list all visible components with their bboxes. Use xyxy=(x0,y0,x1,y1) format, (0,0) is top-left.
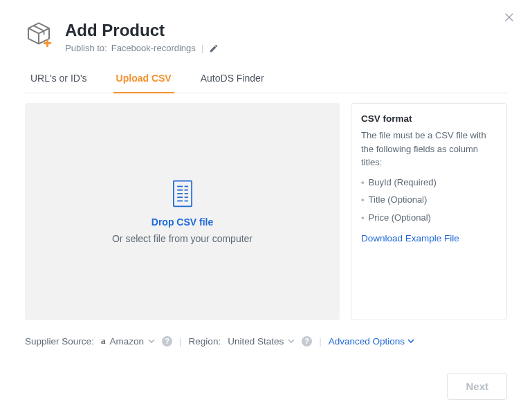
csv-format-heading: CSV format xyxy=(361,112,497,126)
publish-label: Publish to: xyxy=(65,43,107,53)
publish-row: Publish to: Facebook-recordings | xyxy=(65,43,219,53)
dropzone-subtitle: Or select file from your computer xyxy=(112,233,253,244)
list-item: BuyId (Required) xyxy=(361,174,497,192)
add-product-modal: Add Product Publish to: Facebook-recordi… xyxy=(0,0,532,415)
edit-icon[interactable] xyxy=(209,44,219,53)
tab-upload-csv[interactable]: Upload CSV xyxy=(113,73,174,93)
chevron-down-icon xyxy=(407,336,414,347)
publish-target: Facebook-recordings xyxy=(111,43,196,53)
modal-title: Add Product xyxy=(65,21,219,40)
supplier-label: Supplier Source: xyxy=(25,336,94,347)
csv-dropzone[interactable]: Drop CSV file Or select file from your c… xyxy=(25,103,340,320)
tab-autods-finder[interactable]: AutoDS Finder xyxy=(198,73,267,93)
list-item: Title (Optional) xyxy=(361,191,497,209)
product-box-icon xyxy=(25,21,53,48)
download-example-link[interactable]: Download Example File xyxy=(361,232,497,246)
csv-format-panel: CSV format The file must be a CSV file w… xyxy=(351,103,507,320)
region-select[interactable]: United States xyxy=(228,336,295,347)
separator: | xyxy=(319,336,322,347)
list-item: Price (Optional) xyxy=(361,209,497,227)
chevron-down-icon xyxy=(288,336,295,347)
config-toolbar: Supplier Source: a Amazon ? | Region: Un… xyxy=(25,335,507,347)
region-label: Region: xyxy=(189,336,221,347)
supplier-value: Amazon xyxy=(110,336,145,347)
advanced-options-label: Advanced Options xyxy=(329,336,405,347)
tab-urls-or-ids[interactable]: URL's or ID's xyxy=(28,73,90,93)
modal-body: Drop CSV file Or select file from your c… xyxy=(25,103,507,320)
modal-header: Add Product Publish to: Facebook-recordi… xyxy=(25,21,507,53)
next-button[interactable]: Next xyxy=(447,373,507,400)
advanced-options-toggle[interactable]: Advanced Options xyxy=(329,336,414,347)
separator: | xyxy=(179,336,182,347)
help-icon[interactable]: ? xyxy=(162,336,172,347)
tabs: URL's or ID's Upload CSV AutoDS Finder xyxy=(25,73,507,93)
title-block: Add Product Publish to: Facebook-recordi… xyxy=(65,21,219,53)
region-value: United States xyxy=(228,336,284,347)
modal-footer: Next xyxy=(447,373,507,400)
separator: | xyxy=(201,43,203,53)
close-icon[interactable] xyxy=(503,11,515,26)
amazon-icon: a xyxy=(101,335,106,347)
help-icon[interactable]: ? xyxy=(302,336,312,347)
chevron-down-icon xyxy=(148,336,155,347)
supplier-select[interactable]: a Amazon xyxy=(101,335,155,347)
csv-format-description: The file must be a CSV file with the fol… xyxy=(361,129,497,169)
document-icon xyxy=(170,179,195,211)
csv-fields-list: BuyId (Required) Title (Optional) Price … xyxy=(361,174,497,227)
dropzone-title: Drop CSV file xyxy=(152,216,213,228)
